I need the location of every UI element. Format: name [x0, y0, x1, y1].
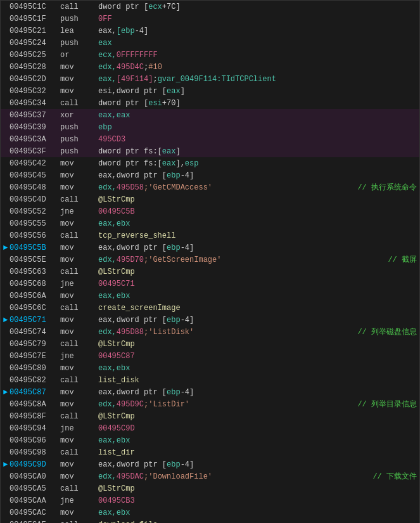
address-text: 00495C71: [10, 316, 60, 325]
mnemonic: lea: [60, 27, 98, 36]
disasm-row: 00495C55moveax,ebx: [1, 217, 419, 229]
operands: eax,dword ptr [ebp-4]: [98, 243, 417, 252]
operand-part: 495D4C: [117, 63, 144, 72]
mnemonic: call: [60, 304, 98, 313]
operand-part: eax: [162, 147, 176, 156]
address-text: 00495C3F: [10, 147, 60, 156]
mnemonic: jne: [60, 352, 98, 361]
operands: list_dir: [98, 448, 417, 457]
mnemonic: mov: [60, 219, 98, 228]
disasm-row: 00495CA0movedx,495DAC;'DownloadFile'// 下…: [1, 470, 419, 482]
operands: eax,[49F114];gvar_0049F114:TIdTCPClient: [98, 75, 417, 84]
address-text: 00495C87: [10, 388, 60, 397]
operand-part: [49F114]: [117, 75, 153, 84]
mnemonic: mov: [60, 243, 98, 252]
mnemonic: call: [60, 231, 98, 240]
operands: eax,ebx: [98, 292, 417, 300]
mnemonic: call: [60, 3, 98, 11]
disasm-row: 00495CAEcalldownload_file: [1, 519, 419, 523]
mnemonic: push: [60, 147, 98, 156]
operand-part: +7C]: [162, 3, 181, 11]
operand-part: ebx: [117, 508, 130, 517]
mnemonic: push: [60, 15, 98, 23]
mnemonic: jne: [60, 496, 98, 505]
mnemonic: jne: [60, 424, 98, 433]
disasm-row: 00495C8Fcall@LStrCmp: [1, 410, 419, 422]
operand-part: 495D70: [117, 255, 144, 264]
address-text: 00495C25: [10, 51, 60, 60]
operand-part: -4]: [181, 388, 194, 397]
operand-part: 495D58: [117, 183, 144, 192]
operand-part: +70]: [162, 99, 181, 108]
disasm-row: 00495C25orecx,0FFFFFFFF: [1, 49, 419, 61]
mnemonic: or: [60, 51, 98, 60]
address-text: 00495C98: [10, 448, 60, 457]
operand-part: eax,: [98, 75, 117, 84]
operand-part: ebx: [117, 292, 130, 300]
operand-part: eax,: [98, 27, 117, 36]
operands: eax,eax: [98, 111, 417, 120]
operand-part: esp: [185, 159, 199, 168]
operands: eax,ebx: [98, 436, 417, 445]
mnemonic: call: [60, 484, 98, 493]
operand-part: dword ptr [: [98, 3, 148, 11]
address-text: 00495C6A: [10, 292, 60, 300]
mnemonic: mov: [60, 364, 98, 373]
disasm-row: 00495C37xoreax,eax: [1, 109, 419, 121]
operand-part: [ebp: [117, 27, 135, 36]
mnemonic: push: [60, 135, 98, 144]
mnemonic: call: [60, 376, 98, 385]
operand-part: 00495C71: [98, 280, 135, 288]
mnemonic: call: [60, 340, 98, 349]
address-text: 00495C5B: [10, 243, 60, 252]
disasm-row: ►00495C71moveax,dword ptr [ebp-4]: [1, 314, 419, 326]
mnemonic: mov: [60, 388, 98, 397]
operands: dword ptr [ecx+7C]: [98, 3, 417, 11]
mnemonic: mov: [60, 183, 98, 192]
address-text: 00495C48: [10, 183, 60, 192]
operand-part: 00495C87: [98, 352, 135, 361]
mnemonic: mov: [60, 292, 98, 300]
address-text: 00495C6C: [10, 304, 60, 313]
mnemonic: mov: [60, 63, 98, 72]
address-text: 00495C28: [10, 63, 60, 72]
operand-part: ecx,: [98, 51, 117, 60]
address-text: 00495C68: [10, 280, 60, 288]
operand-part: eax: [167, 87, 181, 96]
operands: @LStrCmp: [98, 412, 417, 421]
address-text: 00495CA0: [10, 472, 60, 481]
address-text: 00495C63: [10, 268, 60, 276]
address-text: 00495C24: [10, 39, 60, 48]
operands: edx,495D4C;#10: [98, 63, 417, 72]
disasm-row: 00495CA5call@LStrCmp: [1, 482, 419, 494]
operand-part: list_disk: [98, 376, 139, 385]
disasm-row: 00495C1Fpush0FF: [1, 13, 419, 25]
operands: eax,dword ptr [ebp-4]: [98, 388, 417, 397]
address-text: 00495C74: [10, 328, 60, 337]
operand-part: eax,: [98, 364, 117, 373]
disasm-row: 00495C63call@LStrCmp: [1, 266, 419, 278]
operand-part: 00495CB3: [98, 496, 135, 505]
operand-part: ;'DownloadFile': [144, 472, 212, 481]
operand-part: eax,: [98, 111, 117, 120]
operand-part: download_file: [98, 520, 158, 524]
operand-part: ebp: [167, 460, 181, 469]
operand-part: @LStrCmp: [98, 484, 135, 493]
operands: edx,495DAC;'DownloadFile': [98, 472, 367, 481]
comment: // 列举磁盘信息: [357, 326, 417, 337]
operands: ebp: [98, 123, 417, 132]
mnemonic: mov: [60, 328, 98, 337]
operand-part: -4]: [181, 171, 194, 180]
disasm-row: 00495C24pusheax: [1, 37, 419, 49]
operand-part: create_screenImage: [98, 304, 181, 313]
operand-part: #10: [148, 63, 162, 72]
operand-part: ebx: [117, 436, 130, 445]
address-text: 00495C1C: [10, 3, 60, 11]
disasm-row: 00495C6Ccallcreate_screenImage: [1, 302, 419, 314]
mnemonic: mov: [60, 316, 98, 325]
address-text: 00495C56: [10, 231, 60, 240]
address-text: 00495C21: [10, 27, 60, 36]
address-text: 00495C8F: [10, 412, 60, 421]
operand-part: 00495C5B: [98, 207, 135, 216]
mnemonic: mov: [60, 255, 98, 264]
